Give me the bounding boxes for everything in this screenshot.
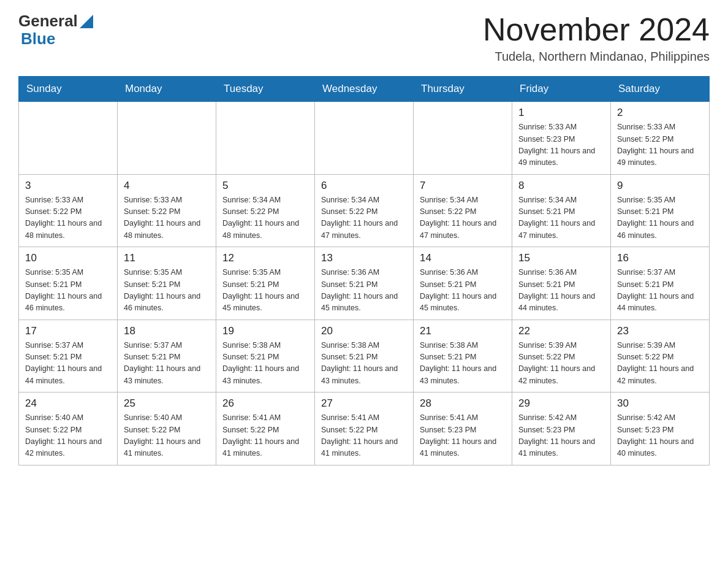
day-info: Sunrise: 5:37 AM Sunset: 5:21 PM Dayligh… xyxy=(25,340,111,388)
calendar-cell: 3Sunrise: 5:33 AM Sunset: 5:22 PM Daylig… xyxy=(19,174,118,247)
calendar-cell: 23Sunrise: 5:39 AM Sunset: 5:22 PM Dayli… xyxy=(611,320,710,393)
day-info: Sunrise: 5:33 AM Sunset: 5:22 PM Dayligh… xyxy=(617,121,703,169)
day-number: 26 xyxy=(222,397,308,410)
day-info: Sunrise: 5:35 AM Sunset: 5:21 PM Dayligh… xyxy=(617,194,703,242)
calendar-cell: 7Sunrise: 5:34 AM Sunset: 5:22 PM Daylig… xyxy=(414,174,512,247)
day-info: Sunrise: 5:42 AM Sunset: 5:23 PM Dayligh… xyxy=(617,412,703,460)
day-info: Sunrise: 5:35 AM Sunset: 5:21 PM Dayligh… xyxy=(124,267,210,315)
weekday-header-friday: Friday xyxy=(512,77,611,102)
day-info: Sunrise: 5:37 AM Sunset: 5:21 PM Dayligh… xyxy=(124,340,210,388)
calendar-cell: 17Sunrise: 5:37 AM Sunset: 5:21 PM Dayli… xyxy=(19,320,118,393)
weekday-header-monday: Monday xyxy=(118,77,216,102)
day-number: 25 xyxy=(124,397,210,410)
day-info: Sunrise: 5:35 AM Sunset: 5:21 PM Dayligh… xyxy=(222,267,308,315)
day-info: Sunrise: 5:41 AM Sunset: 5:22 PM Dayligh… xyxy=(321,412,407,460)
location-title: Tudela, Northern Mindanao, Philippines xyxy=(483,50,710,64)
calendar-cell xyxy=(414,102,512,175)
day-number: 23 xyxy=(617,325,703,337)
calendar-cell: 10Sunrise: 5:35 AM Sunset: 5:21 PM Dayli… xyxy=(19,247,118,320)
calendar-cell xyxy=(216,102,315,175)
calendar-cell: 19Sunrise: 5:38 AM Sunset: 5:21 PM Dayli… xyxy=(216,320,315,393)
day-info: Sunrise: 5:33 AM Sunset: 5:22 PM Dayligh… xyxy=(25,194,111,242)
day-info: Sunrise: 5:33 AM Sunset: 5:23 PM Dayligh… xyxy=(518,121,604,169)
weekday-header-sunday: Sunday xyxy=(19,77,118,102)
logo-triangle-icon xyxy=(80,15,93,28)
calendar-table: SundayMondayTuesdayWednesdayThursdayFrid… xyxy=(18,76,710,465)
day-info: Sunrise: 5:39 AM Sunset: 5:22 PM Dayligh… xyxy=(617,340,703,388)
day-info: Sunrise: 5:40 AM Sunset: 5:22 PM Dayligh… xyxy=(25,412,111,460)
calendar-cell: 21Sunrise: 5:38 AM Sunset: 5:21 PM Dayli… xyxy=(414,320,512,393)
day-number: 17 xyxy=(25,325,111,337)
calendar-cell: 11Sunrise: 5:35 AM Sunset: 5:21 PM Dayli… xyxy=(118,247,216,320)
header-right: November 2024 Tudela, Northern Mindanao,… xyxy=(483,12,710,64)
day-info: Sunrise: 5:39 AM Sunset: 5:22 PM Dayligh… xyxy=(518,340,604,388)
day-number: 15 xyxy=(518,252,604,264)
calendar-header-row: SundayMondayTuesdayWednesdayThursdayFrid… xyxy=(19,77,710,102)
day-info: Sunrise: 5:38 AM Sunset: 5:21 PM Dayligh… xyxy=(222,340,308,388)
calendar-cell: 27Sunrise: 5:41 AM Sunset: 5:22 PM Dayli… xyxy=(315,393,414,465)
calendar-cell xyxy=(315,102,414,175)
day-number: 1 xyxy=(518,107,604,119)
calendar-cell: 28Sunrise: 5:41 AM Sunset: 5:23 PM Dayli… xyxy=(414,393,512,465)
calendar-cell: 16Sunrise: 5:37 AM Sunset: 5:21 PM Dayli… xyxy=(611,247,710,320)
day-number: 27 xyxy=(321,397,407,410)
calendar-cell: 9Sunrise: 5:35 AM Sunset: 5:21 PM Daylig… xyxy=(611,174,710,247)
day-number: 29 xyxy=(518,397,604,410)
day-info: Sunrise: 5:41 AM Sunset: 5:22 PM Dayligh… xyxy=(222,412,308,460)
calendar-cell: 15Sunrise: 5:36 AM Sunset: 5:21 PM Dayli… xyxy=(512,247,611,320)
day-info: Sunrise: 5:36 AM Sunset: 5:21 PM Dayligh… xyxy=(420,267,506,315)
day-number: 19 xyxy=(222,325,308,337)
day-info: Sunrise: 5:34 AM Sunset: 5:21 PM Dayligh… xyxy=(518,194,604,242)
day-number: 8 xyxy=(518,180,604,192)
day-info: Sunrise: 5:36 AM Sunset: 5:21 PM Dayligh… xyxy=(321,267,407,315)
calendar-cell: 8Sunrise: 5:34 AM Sunset: 5:21 PM Daylig… xyxy=(512,174,611,247)
day-number: 30 xyxy=(617,397,703,410)
day-number: 9 xyxy=(617,180,703,192)
calendar-week-row: 24Sunrise: 5:40 AM Sunset: 5:22 PM Dayli… xyxy=(19,393,710,465)
day-info: Sunrise: 5:35 AM Sunset: 5:21 PM Dayligh… xyxy=(25,267,111,315)
calendar-cell: 30Sunrise: 5:42 AM Sunset: 5:23 PM Dayli… xyxy=(611,393,710,465)
day-number: 20 xyxy=(321,325,407,337)
calendar-cell: 20Sunrise: 5:38 AM Sunset: 5:21 PM Dayli… xyxy=(315,320,414,393)
day-number: 7 xyxy=(420,180,506,192)
day-number: 13 xyxy=(321,252,407,264)
day-number: 12 xyxy=(222,252,308,264)
day-info: Sunrise: 5:36 AM Sunset: 5:21 PM Dayligh… xyxy=(518,267,604,315)
calendar-cell xyxy=(19,102,118,175)
day-number: 28 xyxy=(420,397,506,410)
day-number: 14 xyxy=(420,252,506,264)
day-info: Sunrise: 5:37 AM Sunset: 5:21 PM Dayligh… xyxy=(617,267,703,315)
day-number: 24 xyxy=(25,397,111,410)
calendar-week-row: 17Sunrise: 5:37 AM Sunset: 5:21 PM Dayli… xyxy=(19,320,710,393)
logo: General Blue xyxy=(18,12,93,47)
day-info: Sunrise: 5:42 AM Sunset: 5:23 PM Dayligh… xyxy=(518,412,604,460)
weekday-header-saturday: Saturday xyxy=(611,77,710,102)
day-info: Sunrise: 5:34 AM Sunset: 5:22 PM Dayligh… xyxy=(420,194,506,242)
day-number: 11 xyxy=(124,252,210,264)
calendar-cell: 1Sunrise: 5:33 AM Sunset: 5:23 PM Daylig… xyxy=(512,102,611,175)
calendar-cell: 24Sunrise: 5:40 AM Sunset: 5:22 PM Dayli… xyxy=(19,393,118,465)
calendar-cell xyxy=(118,102,216,175)
day-info: Sunrise: 5:40 AM Sunset: 5:22 PM Dayligh… xyxy=(124,412,210,460)
day-number: 2 xyxy=(617,107,703,119)
day-info: Sunrise: 5:34 AM Sunset: 5:22 PM Dayligh… xyxy=(222,194,308,242)
calendar-cell: 6Sunrise: 5:34 AM Sunset: 5:22 PM Daylig… xyxy=(315,174,414,247)
day-number: 5 xyxy=(222,180,308,192)
day-number: 18 xyxy=(124,325,210,337)
calendar-cell: 12Sunrise: 5:35 AM Sunset: 5:21 PM Dayli… xyxy=(216,247,315,320)
calendar-cell: 18Sunrise: 5:37 AM Sunset: 5:21 PM Dayli… xyxy=(118,320,216,393)
calendar-cell: 13Sunrise: 5:36 AM Sunset: 5:21 PM Dayli… xyxy=(315,247,414,320)
calendar-week-row: 1Sunrise: 5:33 AM Sunset: 5:23 PM Daylig… xyxy=(19,102,710,175)
logo-text: General Blue xyxy=(18,12,93,47)
page-header: General Blue November 2024 Tudela, North… xyxy=(18,12,710,64)
logo-blue: Blue xyxy=(21,29,55,48)
calendar-cell: 4Sunrise: 5:33 AM Sunset: 5:22 PM Daylig… xyxy=(118,174,216,247)
logo-general: General xyxy=(18,12,78,30)
day-info: Sunrise: 5:41 AM Sunset: 5:23 PM Dayligh… xyxy=(420,412,506,460)
calendar-cell: 22Sunrise: 5:39 AM Sunset: 5:22 PM Dayli… xyxy=(512,320,611,393)
day-number: 21 xyxy=(420,325,506,337)
weekday-header-tuesday: Tuesday xyxy=(216,77,315,102)
weekday-header-wednesday: Wednesday xyxy=(315,77,414,102)
day-number: 6 xyxy=(321,180,407,192)
calendar-week-row: 3Sunrise: 5:33 AM Sunset: 5:22 PM Daylig… xyxy=(19,174,710,247)
